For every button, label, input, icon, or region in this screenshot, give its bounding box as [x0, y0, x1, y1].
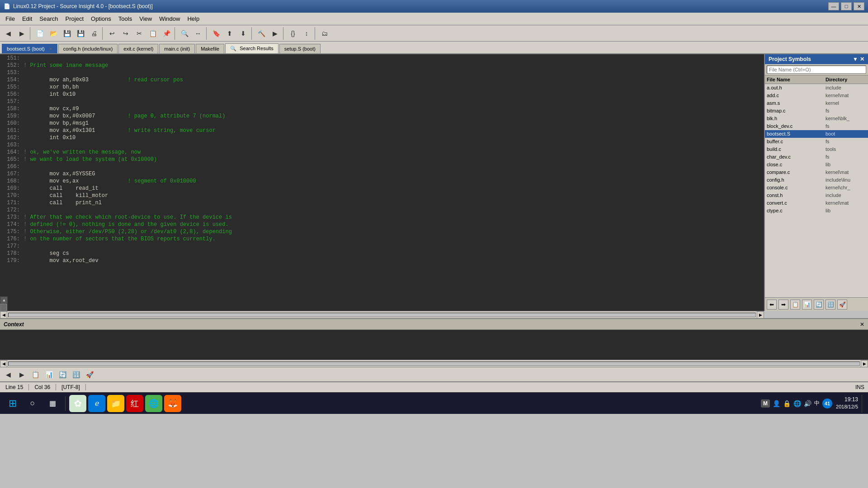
toolbar-open[interactable]: 📂 — [47, 27, 60, 40]
hscroll-right[interactable]: ▶ — [757, 311, 764, 319]
toolbar-new[interactable]: 📄 — [33, 27, 46, 40]
fox-app-button[interactable]: 🦊 — [164, 395, 181, 412]
tab-setup[interactable]: setup.S (boot) — [279, 44, 321, 53]
code-content[interactable]: 151:152:! Print some inane message153:15… — [0, 54, 764, 296]
menu-help[interactable]: Help — [184, 14, 203, 23]
search-taskbar-button[interactable]: ○ — [24, 394, 42, 413]
file-list-item[interactable]: block_dev.cfs — [765, 122, 868, 130]
file-list-item[interactable]: bootsect.Sboot — [765, 130, 868, 138]
code-line[interactable]: 176:! on the number of sectors that the … — [0, 236, 757, 243]
file-list-item[interactable]: build.ctools — [765, 145, 868, 153]
vertical-scrollbar[interactable]: ▲ ▼ — [0, 296, 7, 311]
code-line[interactable]: 169: call read_it — [0, 185, 757, 192]
toolbar-bookmark[interactable]: 🔖 — [210, 27, 222, 40]
context-hscroll-left[interactable]: ◀ — [0, 360, 7, 367]
menu-edit[interactable]: Edit — [19, 14, 36, 23]
context-hscroll-right[interactable]: ▶ — [861, 360, 868, 367]
code-line[interactable]: 162: int 0x10 — [0, 135, 757, 142]
menu-tools[interactable]: Tools — [115, 14, 136, 23]
menu-project[interactable]: Project — [62, 14, 87, 23]
file-list-item[interactable]: char_dev.cfs — [765, 153, 868, 161]
edge-button[interactable]: ℯ — [88, 395, 105, 412]
ctx-btn-back[interactable]: ◀ — [2, 368, 14, 381]
tab-search-results[interactable]: 🔍 Search Results — [225, 43, 278, 53]
toolbar-save[interactable]: 💾 — [61, 27, 73, 40]
ctx-btn-5[interactable]: 🔄 — [56, 368, 69, 381]
explorer-button[interactable]: 📁 — [107, 395, 124, 412]
panel-dropdown-icon[interactable]: ▼ — [853, 56, 858, 62]
ctx-btn-6[interactable]: 🔢 — [70, 368, 82, 381]
code-line[interactable]: 161: mov ax,#0x1301 ! write string, move… — [0, 127, 757, 135]
scroll-up-button[interactable]: ▲ — [0, 296, 8, 304]
file-search-input[interactable] — [767, 66, 866, 74]
menu-search[interactable]: Search — [36, 14, 61, 23]
tray-lang[interactable]: 中 — [814, 399, 820, 407]
file-list-item[interactable]: bitmap.cfs — [765, 107, 868, 115]
menu-file[interactable]: File — [2, 14, 19, 23]
menu-options[interactable]: Options — [87, 14, 115, 23]
toolbar-nav1[interactable]: ⬆ — [223, 27, 236, 40]
ctx-btn-7[interactable]: 🚀 — [83, 368, 96, 381]
code-line[interactable]: 155: xor bh,bh — [0, 84, 757, 91]
toolbar-save2[interactable]: 💾 — [74, 27, 87, 40]
tab-makefile[interactable]: Makefile — [196, 44, 224, 53]
code-line[interactable]: 156: int 0x10 — [0, 91, 757, 99]
toolbar-proj[interactable]: 🗂 — [318, 27, 331, 40]
tray-m[interactable]: M — [761, 399, 770, 408]
code-line[interactable]: 157: — [0, 99, 757, 106]
toolbar-copy[interactable]: 📋 — [146, 27, 159, 40]
tab-bootsect-close[interactable]: ✕ — [49, 47, 52, 52]
panel-foot-btn-4[interactable]: 📊 — [802, 300, 812, 310]
file-list-item[interactable]: asm.skernel — [765, 99, 868, 107]
code-line[interactable]: 158: mov cx,#9 — [0, 106, 757, 113]
file-list-item[interactable]: blk.hkernel\blk_ — [765, 115, 868, 122]
toolbar-back[interactable]: ◀ — [2, 27, 14, 40]
minimize-button[interactable]: — — [828, 2, 839, 10]
hscroll-track[interactable] — [8, 313, 756, 317]
code-line[interactable]: 154: mov ah,#0x03 ! read cursor pos — [0, 77, 757, 84]
context-close-icon[interactable]: ✕ — [860, 321, 864, 328]
show-desktop-button[interactable] — [862, 394, 864, 413]
tab-config[interactable]: config.h (include/linux) — [58, 44, 118, 53]
context-hscroll[interactable]: ◀ ▶ — [0, 360, 868, 367]
notification-badge[interactable]: 41 — [822, 399, 832, 408]
tray-volume[interactable]: 🔊 — [804, 400, 811, 407]
tray-network[interactable]: 🌐 — [793, 400, 801, 407]
context-hscroll-track[interactable] — [8, 361, 860, 366]
toolbar-forward[interactable]: ▶ — [15, 27, 28, 40]
toolbar-redo[interactable]: ↪ — [119, 27, 132, 40]
file-list-item[interactable]: close.clib — [765, 161, 868, 169]
code-line[interactable]: 175:! Otherwise, either /dev/PS0 (2,28) … — [0, 229, 757, 236]
file-list-item[interactable]: config.hinclude\linu — [765, 176, 868, 184]
panel-foot-btn-5[interactable]: 🔄 — [814, 300, 824, 310]
hscroll-left[interactable]: ◀ — [0, 311, 7, 319]
tab-main[interactable]: main.c (init) — [159, 44, 195, 53]
code-line[interactable]: 151: — [0, 55, 757, 62]
green-app-button[interactable]: 🌐 — [145, 395, 162, 412]
panel-foot-btn-7[interactable]: 🚀 — [837, 300, 847, 310]
toolbar-paste[interactable]: 📌 — [160, 27, 173, 40]
code-line[interactable]: 173:! After that we check which root-dev… — [0, 214, 757, 221]
panel-close-icon[interactable]: ✕ — [860, 56, 864, 62]
start-button[interactable]: ⊞ — [4, 394, 22, 413]
toolbar-cut[interactable]: ✂ — [133, 27, 146, 40]
scroll-thumb[interactable] — [0, 304, 7, 311]
code-line[interactable]: 159: mov bx,#0x0007 ! page 0, attribute … — [0, 113, 757, 120]
panel-foot-btn-1[interactable]: ⬅ — [767, 300, 777, 310]
toolbar-nav2[interactable]: ⬇ — [237, 27, 250, 40]
file-list-item[interactable]: console.ckernel\chr_ — [765, 184, 868, 192]
code-line[interactable]: 171: call print_nl — [0, 200, 757, 207]
panel-foot-btn-3[interactable]: 📋 — [790, 300, 800, 310]
file-list-item[interactable]: buffer.cfs — [765, 138, 868, 145]
code-line[interactable]: 170: call kill_motor — [0, 192, 757, 200]
file-list-item[interactable]: convert.ckernel\mat — [765, 199, 868, 207]
code-line[interactable]: 164:! ok, we've written the message, now — [0, 149, 757, 156]
tray-lock[interactable]: 🔒 — [783, 400, 791, 407]
toolbar-extra2[interactable]: ↕ — [300, 27, 313, 40]
toolbar-run[interactable]: ▶ — [269, 27, 281, 40]
code-line[interactable]: 172: — [0, 207, 757, 214]
code-line[interactable]: 153: — [0, 70, 757, 77]
file-list-item[interactable]: compare.ckernel\mat — [765, 169, 868, 176]
code-line[interactable]: 177: — [0, 243, 757, 250]
file-list-item[interactable]: ctype.clib — [765, 207, 868, 215]
